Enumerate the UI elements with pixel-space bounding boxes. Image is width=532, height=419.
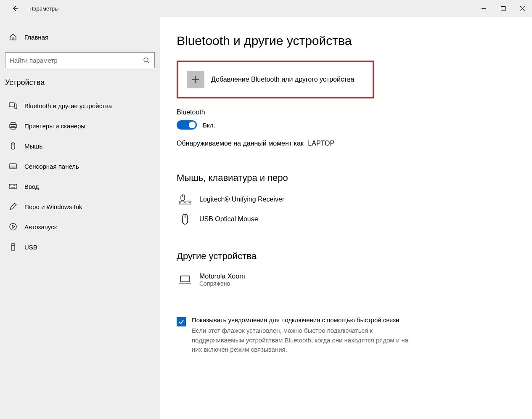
quick-pair-row: Показывать уведомления для подключения с… [177, 316, 515, 355]
device-name: USB Optical Mouse [199, 215, 258, 223]
discoverable-device-name: LAPTOP [308, 140, 334, 147]
sidebar: Главная Устройства Bluetooth и другие ус… [0, 17, 160, 419]
device-row[interactable]: USB Optical Mouse [177, 209, 515, 230]
quick-pair-checkbox[interactable] [177, 317, 186, 326]
touchpad-icon [8, 162, 18, 170]
device-row[interactable]: Motorola Xoom Сопряжено [177, 268, 515, 291]
laptop-icon [177, 275, 193, 285]
pen-icon [8, 202, 18, 211]
svg-rect-2 [9, 103, 14, 107]
sidebar-item-bluetooth[interactable]: Bluetooth и другие устройства [0, 95, 160, 116]
section-input-heading: Мышь, клавиатура и перо [177, 172, 515, 183]
svg-rect-14 [179, 201, 191, 204]
window-title: Параметры [29, 5, 58, 12]
svg-rect-12 [11, 246, 15, 250]
plus-icon [187, 71, 204, 88]
home-icon [8, 33, 18, 41]
svg-rect-4 [11, 122, 15, 125]
toggle-knob [189, 122, 196, 128]
svg-rect-9 [9, 184, 17, 188]
keyboard-icon [8, 182, 18, 191]
sidebar-item-label: Ввод [24, 183, 39, 190]
usb-icon [8, 243, 18, 251]
page-title: Bluetooth и другие устройства [177, 34, 515, 48]
mouse-icon [177, 213, 193, 225]
search-icon [143, 56, 150, 64]
sidebar-item-autoplay[interactable]: Автозапуск [0, 217, 160, 237]
printer-icon [8, 122, 18, 130]
close-icon [520, 6, 525, 11]
sidebar-item-touchpad[interactable]: Сенсорная панель [0, 156, 160, 176]
autoplay-icon [8, 223, 18, 231]
sidebar-item-label: Мышь [24, 143, 42, 150]
svg-rect-16 [180, 276, 190, 282]
device-row[interactable]: Logitech® Unifying Receiver [177, 190, 515, 209]
device-status: Сопряжено [199, 280, 245, 287]
sidebar-category: Устройства [0, 78, 160, 95]
sidebar-item-label: Bluetooth и другие устройства [24, 102, 112, 109]
minimize-button[interactable] [474, 2, 493, 15]
devices-icon [8, 101, 18, 110]
sidebar-item-printers[interactable]: Принтеры и сканеры [0, 116, 160, 136]
svg-point-10 [10, 223, 16, 230]
svg-point-1 [144, 58, 148, 62]
add-device-button[interactable]: Добавление Bluetooth или другого устройс… [177, 61, 374, 98]
section-other-heading: Другие устройства [177, 251, 515, 262]
discoverable-text: Обнаруживаемое на данный момент как LAPT… [177, 140, 515, 147]
sidebar-item-label: Автозапуск [24, 223, 57, 231]
device-info: USB Optical Mouse [199, 215, 258, 223]
search-box[interactable] [5, 52, 155, 68]
keyboard-icon [177, 194, 193, 204]
sidebar-item-mouse[interactable]: Мышь [0, 136, 160, 156]
toggle-state: Вкл. [203, 122, 215, 129]
bluetooth-toggle[interactable] [177, 120, 197, 130]
add-device-label: Добавление Bluetooth или другого устройс… [211, 76, 355, 83]
minimize-icon [482, 6, 486, 11]
maximize-button[interactable] [493, 2, 513, 15]
discoverable-prefix: Обнаруживаемое на данный момент как [177, 140, 304, 147]
sidebar-home[interactable]: Главная [0, 29, 160, 45]
arrow-left-icon [12, 5, 19, 12]
sidebar-item-pen[interactable]: Перо и Windows Ink [0, 196, 160, 217]
sidebar-item-typing[interactable]: Ввод [0, 176, 160, 196]
check-icon [178, 319, 184, 325]
window-controls [474, 2, 532, 15]
bluetooth-toggle-row: Вкл. [177, 120, 515, 130]
device-info: Logitech® Unifying Receiver [199, 196, 284, 203]
search-input[interactable] [10, 57, 143, 64]
main-content: Bluetooth и другие устройства Добавление… [160, 17, 532, 419]
back-button[interactable] [8, 2, 22, 15]
sidebar-item-label: Принтеры и сканеры [24, 122, 85, 130]
sidebar-item-label: Перо и Windows Ink [24, 203, 82, 210]
svg-rect-11 [12, 244, 14, 246]
device-name: Logitech® Unifying Receiver [199, 196, 284, 203]
titlebar: Параметры [0, 0, 532, 17]
quick-pair-label: Показывать уведомления для подключения с… [192, 316, 410, 324]
maximize-icon [501, 6, 506, 11]
sidebar-item-usb[interactable]: USB [0, 237, 160, 257]
mouse-icon [8, 142, 18, 150]
sidebar-item-label: Сенсорная панель [24, 163, 79, 170]
device-info: Motorola Xoom Сопряжено [199, 273, 245, 287]
sidebar-item-label: USB [24, 244, 37, 251]
device-name: Motorola Xoom [199, 273, 245, 280]
svg-rect-3 [15, 104, 17, 109]
home-label: Главная [24, 34, 48, 41]
quick-pair-description: Если этот флажок установлен, можно быстр… [192, 326, 419, 355]
close-button[interactable] [513, 2, 532, 15]
svg-rect-0 [501, 6, 505, 11]
svg-rect-6 [11, 127, 15, 129]
bluetooth-label: Bluetooth [177, 109, 515, 116]
